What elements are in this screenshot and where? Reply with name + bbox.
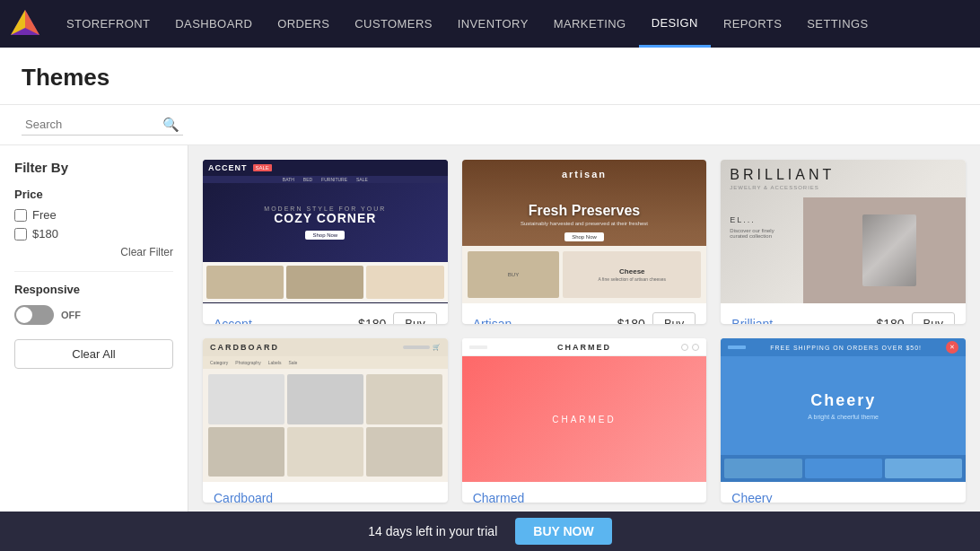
clear-filter-link[interactable]: Clear Filter bbox=[14, 246, 173, 258]
price-180-checkbox[interactable] bbox=[14, 228, 27, 241]
theme-name-accent[interactable]: Accent bbox=[214, 317, 252, 325]
search-wrap: 🔍 bbox=[22, 114, 183, 136]
theme-footer-cardboard: Cardboard bbox=[203, 482, 448, 503]
trial-text: 14 days left in your trial bbox=[368, 524, 497, 538]
responsive-toggle-wrap: OFF bbox=[14, 305, 173, 325]
clear-all-button[interactable]: Clear All bbox=[14, 339, 173, 369]
theme-preview-charmed: CHARMED CHARMED bbox=[462, 338, 707, 482]
theme-preview-artisan: artisan Fresh Preserves Sustainably harv… bbox=[462, 160, 707, 303]
buy-now-button[interactable]: BUY NOW bbox=[515, 518, 611, 545]
theme-footer-accent: Accent $180 Buy bbox=[203, 303, 448, 324]
price-180-row: $180 bbox=[14, 227, 173, 241]
theme-name-charmed[interactable]: Charmed bbox=[473, 491, 525, 503]
theme-footer-brilliant: Brilliant $180 Buy bbox=[721, 303, 966, 324]
nav-dashboard[interactable]: DASHBOARD bbox=[162, 0, 265, 48]
responsive-toggle[interactable] bbox=[14, 305, 54, 325]
sidebar-divider bbox=[14, 271, 173, 272]
price-filter-label: Price bbox=[14, 188, 173, 201]
nav-design[interactable]: DESIGN bbox=[639, 0, 711, 48]
theme-price-buy-accent: $180 Buy bbox=[358, 312, 437, 324]
theme-name-brilliant[interactable]: Brilliant bbox=[731, 317, 773, 325]
theme-grid: ACCENT SALE BATH BED FURNITURE SALE Mode… bbox=[188, 145, 980, 517]
theme-price-brilliant: $180 bbox=[876, 317, 904, 325]
search-button[interactable]: 🔍 bbox=[162, 117, 179, 133]
theme-preview-brilliant: BRILLIANT JEWELRY & ACCESSORIES EL... Di… bbox=[721, 160, 966, 303]
theme-card-artisan: artisan Fresh Preserves Sustainably harv… bbox=[462, 160, 707, 324]
theme-price-artisan: $180 bbox=[617, 317, 645, 325]
theme-name-cardboard[interactable]: Cardboard bbox=[214, 491, 273, 503]
nav-marketing[interactable]: MARKETING bbox=[541, 0, 639, 48]
theme-card-accent: ACCENT SALE BATH BED FURNITURE SALE Mode… bbox=[203, 160, 448, 324]
filter-sidebar: Filter By Price Free $180 Clear Filter R… bbox=[0, 145, 188, 517]
price-free-label[interactable]: Free bbox=[32, 208, 57, 222]
theme-preview-cheery: FREE SHIPPING ON ORDERS OVER $50! ✕ Chee… bbox=[721, 338, 966, 482]
toggle-state-label: OFF bbox=[61, 310, 81, 320]
filter-by-title: Filter By bbox=[14, 160, 173, 175]
theme-card-cheery: FREE SHIPPING ON ORDERS OVER $50! ✕ Chee… bbox=[721, 338, 966, 503]
search-row: 🔍 bbox=[0, 105, 980, 145]
theme-card-charmed: CHARMED CHARMED Charmed bbox=[462, 338, 707, 503]
main-content: Filter By Price Free $180 Clear Filter R… bbox=[0, 145, 980, 517]
theme-name-cheery[interactable]: Cheery bbox=[731, 491, 772, 503]
brilliant-buy-button[interactable]: Buy bbox=[912, 312, 955, 324]
artisan-buy-button[interactable]: Buy bbox=[652, 312, 696, 324]
theme-footer-cheery: Cheery bbox=[721, 482, 966, 503]
nav-storefront[interactable]: STOREFRONT bbox=[54, 0, 162, 48]
theme-price-buy-brilliant: $180 Buy bbox=[876, 312, 955, 324]
page-title: Themes bbox=[22, 64, 958, 92]
nav-customers[interactable]: CUSTOMERS bbox=[342, 0, 444, 48]
nav-orders[interactable]: ORDERS bbox=[265, 0, 342, 48]
theme-preview-cardboard: CARDBOARD 🛒 Category Photography Labels … bbox=[203, 338, 448, 482]
app-logo bbox=[9, 8, 41, 40]
nav-reports[interactable]: REPORTS bbox=[711, 0, 794, 48]
theme-price-buy-artisan: $180 Buy bbox=[617, 312, 696, 324]
price-180-label[interactable]: $180 bbox=[32, 227, 58, 241]
bottom-bar: 14 days left in your trial BUY NOW bbox=[0, 512, 980, 551]
nav-settings[interactable]: SETTINGS bbox=[794, 0, 880, 48]
responsive-label: Responsive bbox=[14, 283, 173, 296]
nav-links: STOREFRONT DASHBOARD ORDERS CUSTOMERS IN… bbox=[54, 0, 971, 48]
price-free-checkbox[interactable] bbox=[14, 209, 27, 222]
theme-card-cardboard: CARDBOARD 🛒 Category Photography Labels … bbox=[203, 338, 448, 503]
accent-buy-button[interactable]: Buy bbox=[393, 312, 436, 324]
page-header: Themes bbox=[0, 48, 980, 105]
top-nav: STOREFRONT DASHBOARD ORDERS CUSTOMERS IN… bbox=[0, 0, 980, 48]
search-input[interactable] bbox=[22, 114, 183, 136]
theme-footer-charmed: Charmed bbox=[462, 482, 707, 503]
theme-preview-accent: ACCENT SALE BATH BED FURNITURE SALE Mode… bbox=[203, 160, 448, 303]
theme-card-brilliant: BRILLIANT JEWELRY & ACCESSORIES EL... Di… bbox=[721, 160, 966, 324]
theme-footer-artisan: Artisan $180 Buy bbox=[462, 303, 707, 324]
nav-inventory[interactable]: INVENTORY bbox=[445, 0, 541, 48]
theme-price-accent: $180 bbox=[358, 317, 386, 325]
theme-name-artisan[interactable]: Artisan bbox=[473, 317, 512, 325]
price-free-row: Free bbox=[14, 208, 173, 222]
